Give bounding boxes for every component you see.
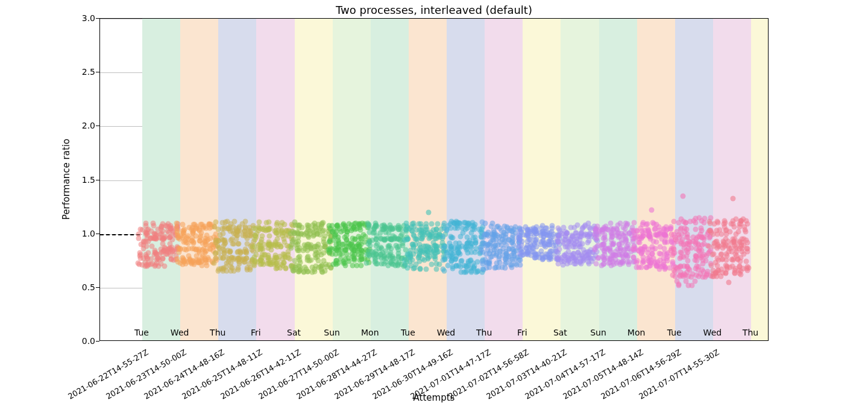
- data-point: [455, 250, 461, 255]
- data-point: [388, 224, 394, 230]
- data-point: [372, 259, 377, 265]
- data-point: [741, 242, 746, 247]
- data-point: [313, 255, 319, 260]
- data-point: [733, 252, 738, 257]
- y-tick-mark: [96, 180, 99, 180]
- day-band: [371, 19, 409, 340]
- data-point: [461, 230, 466, 235]
- data-point: [303, 267, 309, 272]
- data-point: [556, 261, 561, 266]
- data-point: [729, 256, 735, 262]
- data-point: [265, 253, 271, 258]
- data-point: [532, 229, 537, 235]
- data-point: [181, 259, 187, 264]
- data-point: [136, 261, 141, 266]
- data-point: [731, 224, 737, 229]
- data-point: [358, 262, 363, 268]
- y-tick-mark: [96, 126, 99, 126]
- data-point: [190, 231, 196, 236]
- data-point: [379, 256, 385, 261]
- data-point: [670, 272, 676, 278]
- data-point: [137, 255, 143, 261]
- data-point: [310, 233, 316, 238]
- data-point: [664, 234, 669, 240]
- data-point: [420, 256, 426, 262]
- data-point: [571, 261, 577, 267]
- data-point: [458, 258, 464, 264]
- day-band: [409, 19, 447, 340]
- data-point: [615, 259, 621, 265]
- data-point: [432, 243, 438, 249]
- data-point: [745, 246, 750, 252]
- data-point: [671, 219, 677, 224]
- data-point: [495, 232, 500, 238]
- data-point: [220, 269, 225, 274]
- data-point: [519, 227, 524, 232]
- data-point: [612, 253, 617, 258]
- weekday-label: Tue: [667, 328, 682, 337]
- day-band: [599, 19, 637, 340]
- data-point: [336, 244, 342, 250]
- data-point: [716, 244, 722, 249]
- data-point: [357, 244, 362, 249]
- data-point: [722, 224, 728, 229]
- plot-area: [99, 18, 769, 341]
- data-point: [345, 227, 351, 232]
- data-point: [608, 221, 614, 226]
- data-point: [554, 249, 559, 255]
- data-point: [402, 257, 407, 262]
- data-point: [379, 246, 385, 252]
- data-point: [297, 253, 302, 259]
- data-point: [253, 233, 258, 238]
- data-point: [245, 235, 250, 241]
- day-band: [218, 19, 256, 340]
- data-point: [366, 241, 371, 246]
- data-point: [351, 258, 357, 263]
- data-point: [324, 262, 329, 267]
- data-point: [266, 261, 272, 266]
- data-point: [509, 228, 514, 234]
- day-band: [142, 19, 180, 340]
- data-point: [189, 238, 194, 244]
- data-point: [513, 261, 518, 267]
- day-band: [485, 19, 523, 340]
- data-point: [297, 264, 302, 269]
- data-point: [593, 245, 598, 250]
- data-point: [144, 263, 149, 269]
- data-point: [137, 250, 142, 255]
- y-tick-mark: [96, 18, 99, 19]
- data-point: [283, 265, 288, 270]
- data-point: [547, 242, 553, 247]
- data-point: [299, 225, 304, 231]
- data-point: [473, 250, 478, 255]
- weekday-label: Sat: [287, 328, 301, 337]
- data-point: [625, 259, 631, 265]
- weekday-label: Sun: [324, 328, 340, 337]
- data-point: [266, 243, 272, 248]
- data-point: [404, 237, 410, 242]
- data-point: [409, 221, 415, 226]
- data-point: [404, 221, 409, 226]
- data-point: [207, 221, 212, 227]
- day-band: [751, 19, 769, 340]
- data-point: [693, 258, 698, 263]
- data-point: [150, 221, 156, 226]
- data-point: [327, 223, 332, 229]
- data-point: [518, 262, 523, 268]
- data-point: [632, 220, 637, 226]
- data-point: [684, 235, 690, 240]
- data-point: [259, 233, 265, 238]
- data-point: [272, 255, 278, 260]
- data-point: [494, 224, 500, 229]
- data-point: [601, 257, 606, 262]
- data-point: [278, 223, 283, 229]
- data-point: [448, 250, 453, 255]
- data-point: [738, 218, 743, 224]
- data-point: [153, 235, 159, 241]
- data-point: [450, 264, 456, 269]
- data-point: [212, 261, 217, 266]
- y-tick-mark: [96, 341, 99, 342]
- data-point: [433, 267, 439, 272]
- data-point: [694, 273, 699, 278]
- data-point: [738, 255, 743, 260]
